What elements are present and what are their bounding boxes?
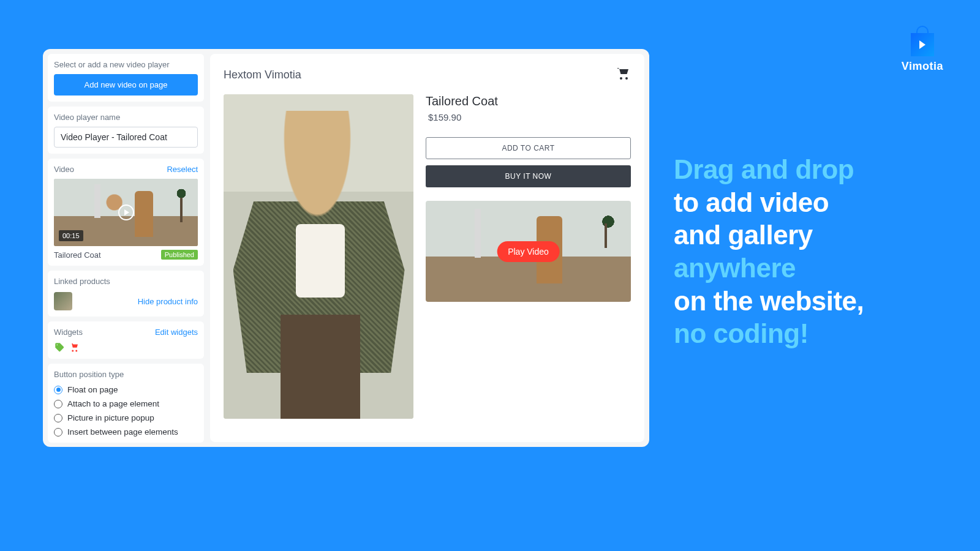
preview-title: Hextom Vimotia: [224, 69, 301, 81]
play-icon: [118, 204, 134, 220]
radio-attach[interactable]: Attach to a page element: [54, 397, 198, 411]
sidebar: Select or add a new video player Add new…: [48, 54, 204, 442]
preview-panel: Hextom Vimotia Tailored Coat $159.90 ADD…: [210, 54, 644, 442]
header-cart-icon[interactable]: [615, 66, 631, 83]
edit-widgets-link[interactable]: Edit widgets: [155, 328, 198, 337]
radio-icon: [54, 400, 62, 408]
shopping-bag-icon: [908, 24, 937, 56]
tag-icon: [54, 342, 65, 353]
radio-insert[interactable]: Insert between page elements: [54, 425, 198, 439]
product-info: Tailored Coat $159.90 ADD TO CART BUY IT…: [426, 94, 631, 419]
product-image: [224, 94, 413, 419]
video-thumbnail[interactable]: 00:15: [54, 179, 198, 246]
linked-products-label: Linked products: [54, 277, 198, 286]
widgets-label: Widgets: [54, 328, 83, 337]
duration-badge: 00:15: [59, 230, 83, 241]
card-player-name: Video player name: [48, 107, 204, 154]
radio-icon: [54, 428, 62, 437]
video-title: Tailored Coat: [54, 250, 101, 260]
cart-icon: [69, 342, 80, 353]
radio-float[interactable]: Float on page: [54, 383, 198, 397]
buy-now-button[interactable]: BUY IT NOW: [426, 165, 631, 187]
play-video-button[interactable]: Play Video: [497, 241, 560, 262]
radio-icon: [54, 414, 62, 422]
product-title: Tailored Coat: [426, 94, 631, 108]
add-to-cart-button[interactable]: ADD TO CART: [426, 137, 631, 159]
radio-pip[interactable]: Picture in picture popup: [54, 411, 198, 425]
player-name-label: Video player name: [54, 113, 198, 122]
card-video: Video Reselect 00:15 Tailored Coat Publi…: [48, 159, 204, 266]
product-price: $159.90: [428, 112, 631, 122]
embedded-video[interactable]: Play Video: [426, 201, 631, 302]
add-video-button[interactable]: Add new video on page: [54, 74, 198, 96]
card-linked-products: Linked products Hide product info: [48, 271, 204, 317]
radio-icon: [54, 386, 62, 394]
hide-product-info-link[interactable]: Hide product info: [138, 297, 198, 306]
card-select-player: Select or add a new video player Add new…: [48, 54, 204, 102]
app-window: Select or add a new video player Add new…: [43, 49, 649, 447]
select-player-label: Select or add a new video player: [54, 60, 198, 69]
card-position: Button position type Float on page Attac…: [48, 364, 204, 443]
position-label: Button position type: [54, 370, 198, 379]
card-widgets: Widgets Edit widgets: [48, 321, 204, 359]
hero-headline: Drag and drop to add video and gallery a…: [674, 153, 931, 350]
linked-product-thumb[interactable]: [54, 292, 72, 310]
reselect-link[interactable]: Reselect: [167, 165, 198, 174]
brand-name: Vimotia: [902, 60, 943, 73]
player-name-input[interactable]: [54, 127, 198, 148]
brand-logo: Vimotia: [902, 24, 943, 73]
video-label: Video: [54, 165, 74, 174]
status-badge: Published: [161, 250, 198, 260]
